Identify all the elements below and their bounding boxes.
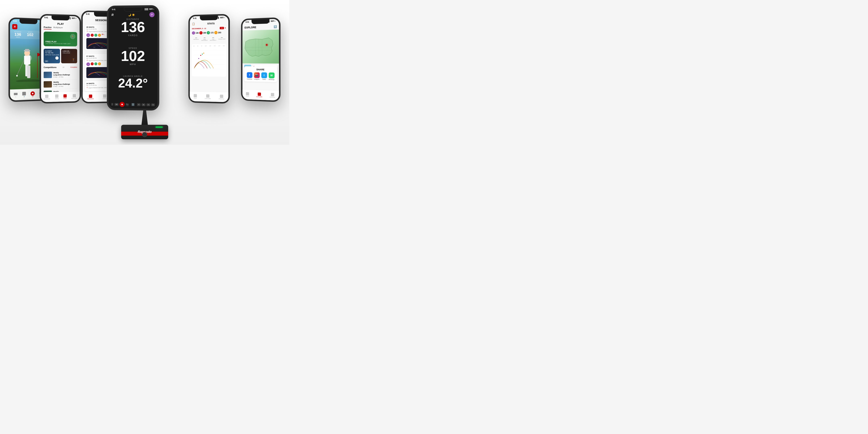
phone6-nav-play[interactable]: PLAY [246,92,249,97]
svg-text:50: 50 [87,46,89,48]
phone2-nav-sessions[interactable]: SESSIONS [43,95,50,100]
phone3-nav-sessions[interactable]: SESSIONS [87,94,94,99]
phone6-nav-explore[interactable]: EXPLORE [256,92,262,97]
sessions-nav-icon-3 [89,94,92,98]
profile-initial: P [151,13,153,16]
clipboard-icon: 📋 [192,23,195,25]
2d-badge[interactable]: 2D [115,103,119,106]
stats-nav-label: STATS [55,98,59,99]
golf-ball-icon [55,56,59,60]
profile-icon-6 [271,93,274,96]
competition-item-2[interactable]: WeeklyLong Drive Challenge 9 May - 16 Ma… [43,80,77,89]
phone2-long-drive-card[interactable]: LONG DR...CHALLENGE 🏌️ [61,49,77,63]
center-club-row: P 8i 7i 4i [137,103,155,106]
play-nav-label: PLAY [64,98,67,99]
phone2-challenges: CLOSESTTO THE PINIMPROVE YOUR GAME 2D LO… [43,49,77,63]
instagram-label: Instagram [254,79,260,80]
scale-50: 50 [197,45,198,46]
share-icon[interactable]: ⬆️ [131,103,134,106]
phone5-nav-explore[interactable]: EXPLORE [205,94,211,99]
center-left-controls: ☰ 2D 📷 [111,102,129,107]
phone2-tab-multiplayer[interactable]: Multiplayer [53,26,63,30]
center-speed-block: SPEED 102 MPH [109,47,157,66]
phone-stats: 9:41 ▌▌▌ WiFi ▪ 📋 STATS DECEMBER, 5 - 12… [188,14,230,104]
phone2-nav-explore[interactable]: EXPLORE [71,94,77,99]
share-whatsapp[interactable]: W Whatsapp [269,72,274,80]
club-chip-4i[interactable]: 4i [151,103,155,106]
play-icon-6 [246,92,249,95]
phone1-nav-stats[interactable]: 📊 [22,92,26,97]
competition-item-1[interactable]: WeeklyLong Drive Challenge 9 May - 16 Ma… [43,70,77,80]
phone2-bottom-nav: SESSIONS STATS PLAY EXPLORE [41,91,80,102]
record-button[interactable] [120,102,125,107]
svg-point-24 [200,55,201,56]
comp2-thumbnail [43,81,52,88]
phone-center-main: 9:41 ▌▌▌ WiFi ▪ R 🌙 ☀️ P DISTANCE 136 YA… [107,5,159,111]
phone5-nav-profile[interactable]: PROFILE [219,95,224,100]
phone6-time: 9:41 [246,21,249,23]
svg-text:100: 100 [93,46,95,48]
svg-line-19 [193,64,225,65]
device-button[interactable] [142,132,147,137]
session2-club1: ● [87,62,90,66]
share-facebook[interactable]: f Facebook [247,72,252,80]
svg-point-23 [198,58,199,59]
phone2-tab-practice[interactable]: Practice [43,26,51,29]
sessions-icon [14,92,18,96]
phone3-nav-stats[interactable]: STATS [103,94,106,99]
phone5-nav-play[interactable]: PLAY [194,94,197,99]
stat-label-trajectory: TRAJECTORY [218,38,226,40]
stat-dash-side: — [200,37,209,39]
phone2-free-play-card[interactable]: 🏌️ FREE PLAY UNLIMITED SHOTS & NO TIME L… [43,31,77,46]
period-selector[interactable]: 3M ▼ [220,27,226,29]
stat-dash-distance: — [192,37,200,39]
phone1-stat-speed: SPEED 102 [27,31,33,38]
center-speed-unit: MPH [109,63,157,66]
phone2-closest-pin-label: CLOSESTTO THE PINIMPROVE YOUR GAME [45,50,59,56]
profile-button[interactable]: P [149,12,154,17]
club-badge-purple-5: ● [192,31,195,35]
center-distance-value: 136 [109,20,157,34]
svg-line-18 [193,69,225,69]
phone-center-toggle[interactable]: 🌙 ☀️ [128,13,135,16]
phone2-nav-stats[interactable]: STATS [55,94,59,99]
phone2-tabs: Practice Multiplayer [43,26,77,30]
club-chip-7i[interactable]: 7i [147,103,150,106]
whatsapp-icon: W [269,72,274,79]
share-twitter[interactable]: t Twitter [261,72,267,80]
club-chip-p[interactable]: P [137,103,141,106]
phone1-speed-value: 102 [27,33,33,37]
phone1-logo: R [12,24,17,29]
phone1-nav-record[interactable]: 2D [31,91,35,97]
svg-rect-6 [25,49,29,51]
stat-label-top: TOP EFFICIENCY [209,38,218,41]
share-icon-6[interactable]: ⬆️ [274,25,277,28]
club-chip-8i[interactable]: 8i [142,103,145,106]
phone2-comp-complete[interactable]: Complete [70,66,77,68]
period-3m-btn[interactable]: 3M [220,27,224,29]
comp1-dates: 9 May - 16 May [53,76,77,78]
scale-75: 75 [201,45,202,46]
phone6-nav-profile[interactable]: PROFILE [270,93,275,98]
center-speed-value: 102 [109,49,157,63]
comp2-info: WeeklyLong Drive Challenge 9 May - 16 Ma… [53,81,77,87]
explore-nav-icon [73,94,76,97]
svg-point-8 [16,75,18,76]
club-badge-purple: ● [87,33,90,37]
phone1-nav-sessions[interactable]: ≡ [14,92,18,97]
comp1-name: WeeklyLong Drive Challenge [53,72,77,76]
record-label: 2D [32,96,33,97]
hamburger-icon[interactable]: ☰ [111,103,114,106]
share-instagram[interactable]: 📷 Instagram [254,72,259,80]
phone2-closest-badge: 2D [45,60,48,62]
camera-icon[interactable]: 📷 [126,103,129,106]
scale-25: 25 [193,45,194,46]
profile-icon-5 [220,95,223,98]
sessions-nav-label: SESSIONS [43,98,50,100]
play-button[interactable] [25,55,32,61]
phone2-closest-pin-card[interactable]: CLOSESTTO THE PINIMPROVE YOUR GAME 2D [43,49,60,63]
comp1-thumbnail [43,72,52,78]
explore-nav-label: EXPLORE [71,97,77,99]
phone2-nav-play[interactable]: PLAY [63,94,67,99]
stat-label-side: SIDE EFFICIENCY [200,39,209,41]
